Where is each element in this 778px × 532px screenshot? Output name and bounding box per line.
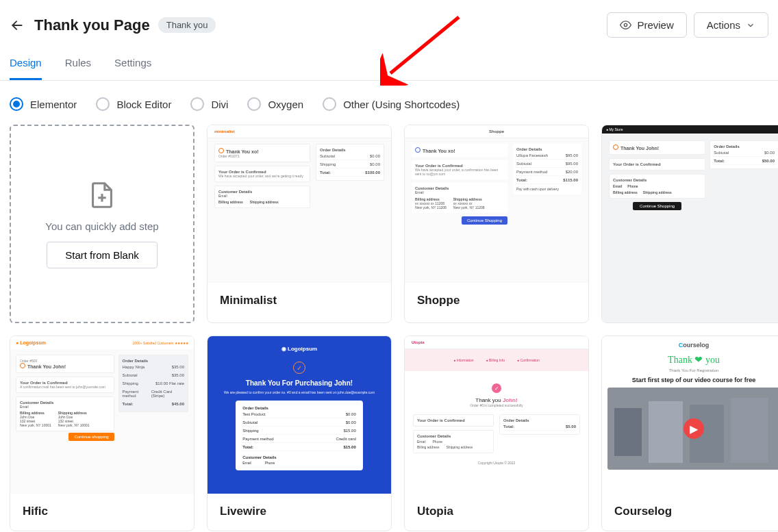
template-title: Livewire	[208, 494, 391, 531]
template-card-shoppe[interactable]: Shoppe Thank You xo! Your Order is Confi…	[404, 125, 589, 323]
play-icon: ▶	[683, 418, 704, 439]
template-title: Courselog	[602, 494, 778, 531]
template-preview: Shoppe Thank You xo! Your Order is Confi…	[405, 125, 588, 283]
radio-other[interactable]: Other (Using Shortcodes)	[323, 97, 460, 111]
radio-oxygen[interactable]: Oxygen	[247, 97, 303, 111]
actions-button[interactable]: Actions	[694, 12, 768, 38]
template-preview: minimalist Thank You xo!Order #01071 You…	[208, 125, 391, 283]
template-preview: CCourselogourselog Thank ❤ you Thank You…	[602, 336, 778, 494]
template-title: Utopia	[405, 494, 588, 531]
tab-settings[interactable]: Settings	[114, 50, 151, 80]
radio-icon	[323, 97, 336, 111]
template-card-optic[interactable]: ● My Store Thank You John! Your Order is…	[601, 125, 778, 323]
page-title: Thank you Page	[34, 16, 150, 34]
template-card-hific[interactable]: ● Logoipsum1000+ Satisfied Customers ★★★…	[10, 335, 194, 531]
blank-step-card[interactable]: You can quickly add step Start from Blan…	[10, 125, 194, 323]
template-card-utopia[interactable]: Utopia ● Information● Billing Info● Conf…	[404, 335, 589, 531]
svg-rect-6	[649, 401, 683, 463]
radio-icon	[10, 97, 23, 111]
eye-icon	[620, 19, 631, 31]
tab-rules[interactable]: Rules	[65, 50, 91, 80]
page-tag: Thank you	[158, 17, 216, 33]
template-card-livewire[interactable]: ◉ Logoipsum ✓ Thank You For Purchasing J…	[207, 335, 392, 531]
template-preview: Utopia ● Information● Billing Info● Conf…	[405, 336, 588, 494]
start-from-blank-button[interactable]: Start from Blank	[47, 242, 158, 268]
add-page-icon	[86, 179, 118, 211]
template-title: Optic	[602, 322, 778, 323]
template-card-courselog[interactable]: CCourselogourselog Thank ❤ you Thank You…	[601, 335, 778, 531]
tab-design[interactable]: Design	[10, 50, 42, 80]
svg-rect-8	[731, 398, 768, 463]
template-preview: ● Logoipsum1000+ Satisfied Customers ★★★…	[10, 336, 194, 494]
blank-card-text: You can quickly add step	[45, 220, 158, 232]
radio-icon	[96, 97, 110, 111]
preview-button[interactable]: Preview	[607, 12, 686, 38]
radio-icon	[247, 97, 261, 111]
svg-point-1	[625, 23, 627, 26]
back-button[interactable]	[10, 18, 25, 33]
template-title: Hific	[10, 494, 194, 531]
radio-divi[interactable]: Divi	[190, 97, 228, 111]
radio-block-editor[interactable]: Block Editor	[96, 97, 171, 111]
radio-icon	[190, 97, 204, 111]
template-preview: ● My Store Thank You John! Your Order is…	[602, 125, 778, 322]
template-title: Minimalist	[208, 283, 391, 320]
template-title: Shoppe	[405, 283, 588, 320]
template-preview: ◉ Logoipsum ✓ Thank You For Purchasing J…	[208, 336, 391, 494]
builder-selector: Elementor Block Editor Divi Oxygen Other…	[0, 81, 778, 125]
chevron-down-icon	[746, 21, 755, 30]
svg-rect-5	[614, 408, 642, 456]
tabs-nav: Design Rules Settings	[0, 50, 778, 81]
radio-elementor[interactable]: Elementor	[10, 97, 77, 111]
template-card-minimalist[interactable]: minimalist Thank You xo!Order #01071 You…	[207, 125, 392, 323]
